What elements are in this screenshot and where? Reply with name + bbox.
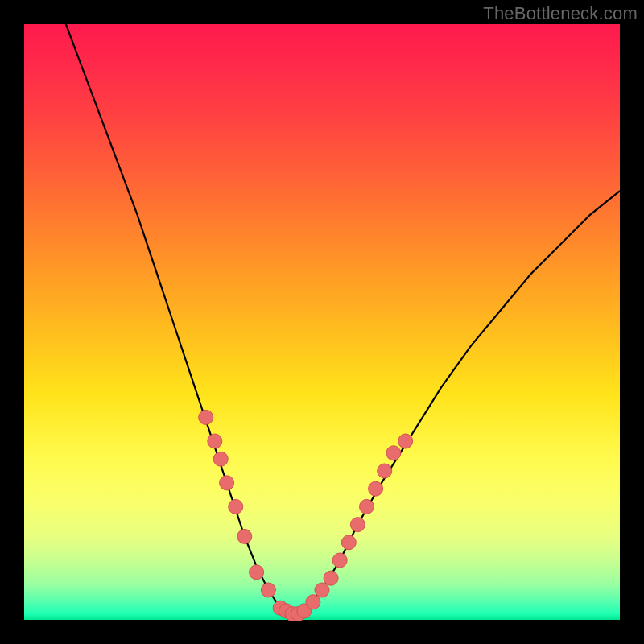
data-point — [199, 410, 213, 424]
data-point — [332, 553, 347, 568]
watermark-text: TheBottleneck.com — [483, 3, 638, 24]
data-point — [398, 434, 413, 448]
dots-bottom-cluster — [273, 571, 338, 621]
dots-left-cluster — [199, 410, 276, 597]
data-point — [220, 476, 234, 490]
data-point — [386, 446, 401, 460]
plot-area — [24, 24, 620, 620]
data-point — [350, 518, 365, 532]
data-point — [369, 481, 383, 496]
dots-right-cluster — [332, 434, 412, 568]
data-point — [250, 565, 264, 580]
chart-svg — [24, 24, 620, 620]
frame: TheBottleneck.com — [0, 0, 644, 644]
data-point — [229, 499, 243, 514]
data-point — [208, 434, 222, 448]
data-point — [237, 529, 252, 543]
data-point — [378, 464, 392, 478]
data-point — [261, 583, 275, 597]
data-point — [213, 452, 228, 466]
bottleneck-curve — [66, 24, 620, 614]
data-point — [306, 595, 320, 609]
data-point — [315, 583, 329, 597]
data-point — [360, 499, 374, 514]
data-point — [324, 571, 338, 585]
data-point — [341, 535, 356, 550]
